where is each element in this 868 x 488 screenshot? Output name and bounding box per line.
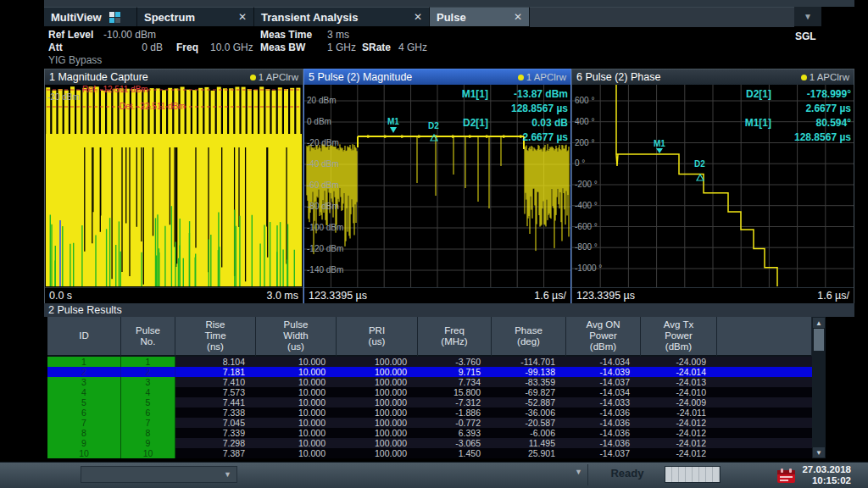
table-cell: 10.000 <box>256 397 337 408</box>
table-cell: 1.450 <box>418 448 492 458</box>
y-axis-tick: -400 ° <box>575 201 598 210</box>
pulse-magnitude-plot[interactable]: M1 D2 M1[1]-13.87 dBm128.8567 µsD2[1]0.0… <box>304 85 570 287</box>
table-row[interactable]: 997.29810.000100.000-3.06511.495-14.036-… <box>47 438 812 448</box>
calendar-icon <box>776 468 797 484</box>
table-cell: -14.037 <box>566 377 641 387</box>
column-header[interactable]: Avg Tx Power (dBm) <box>641 317 717 357</box>
column-header[interactable]: Avg ON Power (dBm) <box>566 317 641 357</box>
marker-d2-label[interactable]: D2 <box>694 159 705 169</box>
marker-d2-label[interactable]: D2 <box>428 121 439 130</box>
tab-multiview[interactable]: MultiView <box>44 7 137 26</box>
marker-readout: D2[1]-178.999°2.6677 µsM1[1]80.594°128.8… <box>729 86 851 144</box>
trace-dot-icon <box>801 75 807 80</box>
x-axis-bar: 123.3395 µs 1.6 µs/ <box>304 287 570 303</box>
table-cell-id: 10 <box>47 448 121 458</box>
table-cell: -14.036 <box>566 438 641 448</box>
marker-m1-label[interactable]: M1 <box>387 117 399 126</box>
results-table-title: 2 Pulse Results <box>48 304 122 316</box>
table-cell <box>717 428 812 438</box>
scrollbar-thumb[interactable] <box>814 329 824 351</box>
window-titlebar[interactable]: 1 Magnitude Capture 1 APClrw <box>45 69 303 85</box>
scroll-up-icon[interactable]: ▲ <box>813 318 825 328</box>
tab-bar-filler <box>530 7 794 27</box>
tab-transient-analysis[interactable]: Transient Analysis ✕ <box>254 7 430 26</box>
table-cell: -14.034 <box>566 357 641 367</box>
table-cell: 100.000 <box>337 448 418 458</box>
magnitude-capture-plot[interactable]: Ref. -12.511 dBm -20 dBm Det. -22.511 dB… <box>45 85 303 287</box>
meas-time-label: Meas Time <box>260 29 312 41</box>
status-date: 27.03.2018 <box>802 464 851 475</box>
table-cell: -14.033 <box>566 397 641 408</box>
table-cell-id: 6 <box>121 408 175 418</box>
trace-badge: 1 APClrw <box>518 72 566 82</box>
column-header[interactable]: Freq (MHz) <box>418 317 492 357</box>
table-cell: -20.587 <box>492 418 566 428</box>
column-header[interactable]: PRI (us) <box>337 317 418 357</box>
meas-bw-value[interactable]: 1 GHz <box>327 42 356 53</box>
att-value[interactable]: 0 dB <box>127 42 163 53</box>
y-axis-tick: -40 dBm <box>307 159 339 169</box>
table-cell: 9.715 <box>418 367 492 377</box>
close-icon[interactable]: ✕ <box>405 11 422 23</box>
freq-value[interactable]: 10.0 GHz <box>210 42 253 53</box>
y-axis-tick: 600 ° <box>575 96 594 105</box>
column-header[interactable]: Phase (deg) <box>492 317 566 357</box>
table-cell: 10.000 <box>256 448 337 458</box>
tab-pulse[interactable]: Pulse ✕ <box>430 7 530 26</box>
tab-spectrum[interactable]: Spectrum ✕ <box>137 7 254 26</box>
ref-level-value[interactable]: -10.00 dBm <box>103 29 156 41</box>
column-header[interactable]: Pulse No. <box>121 317 175 357</box>
table-row[interactable]: 667.33810.000100.000-1.886-36.006-14.036… <box>47 408 812 418</box>
x-axis-scale: 1.6 µs/ <box>817 290 849 302</box>
meas-time-value[interactable]: 3 ms <box>327 29 349 41</box>
srate-value[interactable]: 4 GHz <box>398 42 427 53</box>
column-header[interactable]: Pulse Width (us) <box>256 317 337 357</box>
table-cell-id: 4 <box>121 387 175 397</box>
table-cell: 7.441 <box>175 397 256 408</box>
close-icon[interactable]: ✕ <box>505 11 522 23</box>
column-header[interactable] <box>717 317 812 357</box>
table-cell: 100.000 <box>337 397 418 408</box>
table-cell: -14.036 <box>566 408 641 418</box>
table-row[interactable]: 118.10410.000100.000-3.760-114.701-14.03… <box>47 357 812 367</box>
table-row[interactable]: 10107.38710.000100.0001.45025.901-14.037… <box>47 448 812 458</box>
y-axis-tick: 200 ° <box>575 138 594 147</box>
table-cell: 7.338 <box>175 408 256 418</box>
x-axis-bar: 123.3395 µs 1.6 µs/ <box>572 287 854 303</box>
table-cell: 7.734 <box>418 377 492 387</box>
table-row[interactable]: 227.18110.000100.0009.715-99.138-14.039-… <box>47 367 812 377</box>
table-cell-id: 9 <box>47 438 121 448</box>
table-cell: -14.036 <box>566 428 641 438</box>
table-row[interactable]: 887.33910.000100.0006.393-6.006-14.036-2… <box>47 428 812 438</box>
scroll-down-icon[interactable]: ▼ <box>813 447 825 458</box>
x-axis-start: 123.3395 µs <box>309 290 367 302</box>
table-cell: 10.000 <box>256 438 337 448</box>
y-axis-tick: 20 dBm <box>307 96 336 105</box>
column-header[interactable]: Rise Time (ns) <box>175 317 256 357</box>
table-cell <box>717 397 812 408</box>
table-row[interactable]: 777.04510.000100.000-0.772-20.587-14.036… <box>47 418 812 428</box>
marker-m1-label[interactable]: M1 <box>654 139 665 148</box>
marker-readout-line: 128.8567 µs <box>729 130 851 144</box>
table-row[interactable]: 447.57310.000100.00015.800-69.827-14.034… <box>47 387 812 397</box>
tab-overflow-dropdown[interactable]: ▼ <box>794 7 821 26</box>
pulse-phase-plot[interactable]: M1 D2 D2[1]-178.999°2.6677 µsM1[1]80.594… <box>572 85 854 287</box>
window-titlebar[interactable]: 5 Pulse (2) Magnitude 1 APClrw <box>304 69 570 85</box>
close-icon[interactable]: ✕ <box>230 11 247 23</box>
status-ready-label: Ready <box>593 467 661 480</box>
window-titlebar[interactable]: 6 Pulse (2) Phase 1 APClrw <box>572 69 854 85</box>
table-scrollbar[interactable]: ▲ ▼ <box>812 317 826 458</box>
table-row[interactable]: 337.41010.000100.0007.734-83.359-14.037-… <box>47 377 812 387</box>
y-axis-tick: -200 ° <box>575 180 598 189</box>
table-cell <box>717 357 812 367</box>
table-cell <box>717 438 812 448</box>
table-cell: -14.036 <box>566 418 641 428</box>
column-header[interactable]: ID <box>47 317 121 357</box>
results-table-titlebar[interactable]: 2 Pulse Results <box>44 303 854 317</box>
table-cell: -24.013 <box>641 377 717 387</box>
table-row[interactable]: 557.44110.000100.000-7.312-52.887-14.033… <box>47 397 812 408</box>
table-cell-id: 10 <box>121 448 175 458</box>
chevron-down-icon[interactable]: ▼ <box>575 468 582 476</box>
status-dropdown[interactable]: ▼ <box>81 466 237 483</box>
y-axis-tick: -140 dBm <box>307 265 343 274</box>
